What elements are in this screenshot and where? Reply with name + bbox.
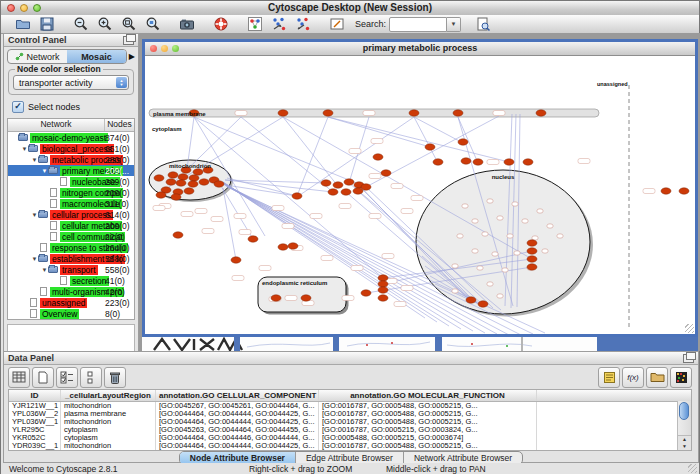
tree-row[interactable]: secretion41(0) bbox=[8, 275, 134, 286]
tree-row[interactable]: Overview8(0) bbox=[8, 308, 134, 319]
main-toolbar: Search: ▼ bbox=[1, 15, 699, 34]
show-nodes-button[interactable] bbox=[291, 16, 315, 33]
scroll-up-button[interactable]: ▲ bbox=[678, 436, 691, 443]
delete-attribute-button[interactable] bbox=[104, 367, 126, 388]
attribute-table: ID _cellularLayoutRegion annotation.GO C… bbox=[8, 389, 692, 451]
tree-row-count: 264(0) bbox=[105, 243, 130, 253]
tab-overflow-button[interactable]: ▶ bbox=[129, 52, 135, 61]
tab-mosaic[interactable]: Mosaic bbox=[67, 50, 126, 63]
tree-row-label: biological_process bbox=[40, 144, 114, 154]
network-canvas[interactable]: plasma membranecytoplasmmitochondrionnuc… bbox=[145, 56, 695, 334]
select-attributes-button[interactable] bbox=[56, 367, 78, 388]
network-window-title: primary metabolic process bbox=[145, 43, 695, 53]
scrollbar-thumb[interactable] bbox=[679, 402, 689, 420]
select-nodes-checkbox[interactable]: ✓ bbox=[12, 101, 24, 113]
float-panel-icon[interactable] bbox=[123, 36, 134, 45]
tree-row[interactable]: ▼cellular process614(0) bbox=[8, 209, 134, 220]
app-titlebar[interactable]: Cytoscape Desktop (New Session) bbox=[1, 1, 699, 16]
tree-row[interactable]: nitrogen compo209(0) bbox=[8, 187, 134, 198]
tree-row[interactable]: cellular metabo209(0) bbox=[8, 220, 134, 231]
fit-content-button[interactable] bbox=[117, 16, 141, 33]
expander-icon[interactable]: ▼ bbox=[31, 256, 38, 262]
table-row[interactable]: YPL036W__1mitochondrion[GO:0044464, GO:0… bbox=[9, 418, 691, 426]
matrix-icon bbox=[675, 371, 688, 384]
table-row[interactable]: YDR039C__1mitochondrion[GO:0044464, GO:0… bbox=[9, 442, 691, 450]
page-icon bbox=[30, 309, 37, 318]
import-attributes-button[interactable] bbox=[646, 367, 668, 388]
vizmapper-icon bbox=[247, 16, 263, 32]
zoom-out-button[interactable] bbox=[69, 16, 93, 33]
tab-network[interactable]: Network bbox=[8, 50, 67, 63]
help-button[interactable] bbox=[209, 16, 233, 33]
tree-row[interactable]: cell communicat22(0) bbox=[8, 231, 134, 242]
zoom-selected-button[interactable] bbox=[141, 16, 165, 33]
search-dropdown-button[interactable]: ▼ bbox=[447, 17, 461, 32]
vizmapper-button[interactable] bbox=[243, 16, 267, 33]
table-cell: YKR052C bbox=[9, 434, 61, 442]
attribute-grid-button[interactable] bbox=[8, 367, 30, 388]
background-windows[interactable] bbox=[142, 337, 698, 351]
open-session-button[interactable] bbox=[11, 16, 35, 33]
search-input[interactable] bbox=[389, 17, 447, 32]
expander-icon[interactable]: ▼ bbox=[31, 157, 38, 163]
col-cellular-component[interactable]: annotation.GO CELLULAR_COMPONENT bbox=[156, 390, 319, 401]
tree-row[interactable]: multi-organism pro42(0) bbox=[8, 286, 134, 297]
network-window-titlebar[interactable]: primary metabolic process bbox=[145, 42, 695, 56]
filter-button[interactable] bbox=[471, 16, 495, 33]
col-id[interactable]: ID bbox=[9, 390, 61, 401]
page-icon bbox=[50, 221, 57, 230]
expander-icon[interactable]: ▼ bbox=[41, 267, 48, 273]
node-color-dropdown[interactable]: transporter activity ▲▼ bbox=[13, 75, 129, 90]
table-row[interactable]: YLR295Ccytoplasm[GO:0045263, GO:0044464,… bbox=[9, 426, 691, 434]
show-nodes-icon bbox=[295, 16, 311, 32]
save-session-button[interactable] bbox=[35, 16, 59, 33]
table-scrollbar[interactable]: ▲▼ bbox=[677, 401, 691, 450]
float-data-panel-icon[interactable] bbox=[683, 354, 694, 363]
tree-row[interactable]: ▼transport558(0) bbox=[8, 264, 134, 275]
hide-nodes-button[interactable] bbox=[267, 16, 291, 33]
tree-row-label: transport bbox=[60, 265, 98, 275]
folder-icon bbox=[38, 156, 48, 163]
scroll-down-button[interactable]: ▼ bbox=[678, 443, 691, 450]
col-molecular-function[interactable]: annotation.GO MOLECULAR_FUNCTION bbox=[319, 390, 537, 401]
table-row[interactable]: YPL036W__2plasma membrane[GO:0044464, GO… bbox=[9, 410, 691, 418]
tree-row[interactable]: nucleobase-209(0) bbox=[8, 176, 134, 187]
formula-button[interactable]: f(x) bbox=[622, 367, 644, 388]
canvas-resize-grip[interactable] bbox=[685, 324, 694, 333]
matrix-button[interactable] bbox=[670, 367, 692, 388]
tree-row[interactable]: ▼establishment of lo558(0) bbox=[8, 253, 134, 264]
tree-row[interactable]: macromolecule311(0) bbox=[8, 198, 134, 209]
tree-col-network[interactable]: Network bbox=[8, 119, 105, 131]
snapshot-button[interactable] bbox=[175, 16, 199, 33]
table-cell: [GO:0016787, GO:0005488, GO:0005215, G..… bbox=[319, 442, 537, 450]
table-row[interactable]: YJR121W__1mitochondrion[GO:0045267, GO:0… bbox=[9, 402, 691, 410]
tree-row[interactable]: unassigned223(0) bbox=[8, 297, 134, 308]
expander-icon[interactable]: ▼ bbox=[41, 168, 48, 174]
table-row[interactable]: YKR052Ccytoplasm[GO:0044464, GO:0044446,… bbox=[9, 434, 691, 442]
expander-icon[interactable]: ▼ bbox=[21, 146, 28, 152]
tree-row[interactable]: ▼primary metabo209(... bbox=[8, 165, 134, 176]
tree-row-count: 874(0) bbox=[105, 133, 130, 143]
status-welcome: Welcome to Cytoscape 2.8.1 bbox=[9, 464, 118, 474]
zoom-in-button[interactable] bbox=[93, 16, 117, 33]
expander-icon[interactable]: ▼ bbox=[31, 212, 38, 218]
tree-row[interactable]: ▼metabolic process280(0) bbox=[8, 154, 134, 165]
annotation-button[interactable] bbox=[325, 16, 349, 33]
new-attribute-button[interactable] bbox=[32, 367, 54, 388]
attribute-list-button[interactable] bbox=[80, 367, 102, 388]
tree-row-count: 42(0) bbox=[105, 287, 125, 297]
tree-row[interactable]: response to stimulu264(0) bbox=[8, 242, 134, 253]
plasma-membrane-label: plasma membrane bbox=[153, 111, 206, 117]
tree-row[interactable]: mosaic-demo-yeast874(0) bbox=[8, 132, 134, 143]
page-icon bbox=[50, 188, 57, 197]
col-region[interactable]: _cellularLayoutRegion bbox=[61, 390, 156, 401]
page-icon bbox=[60, 177, 67, 186]
data-panel-title: Data Panel bbox=[8, 353, 54, 363]
window-resize-grip[interactable] bbox=[688, 464, 697, 473]
tree-row-count: 209(0) bbox=[105, 188, 130, 198]
network-graph[interactable]: plasma membranecytoplasmmitochondrionnuc… bbox=[145, 56, 695, 334]
status-zoom-hint: Right-click + drag to ZOOM bbox=[249, 464, 352, 474]
tree-row[interactable]: ▼biological_process651(0) bbox=[8, 143, 134, 154]
tree-col-nodes[interactable]: Nodes bbox=[105, 119, 134, 131]
notepad-button[interactable] bbox=[598, 367, 620, 388]
